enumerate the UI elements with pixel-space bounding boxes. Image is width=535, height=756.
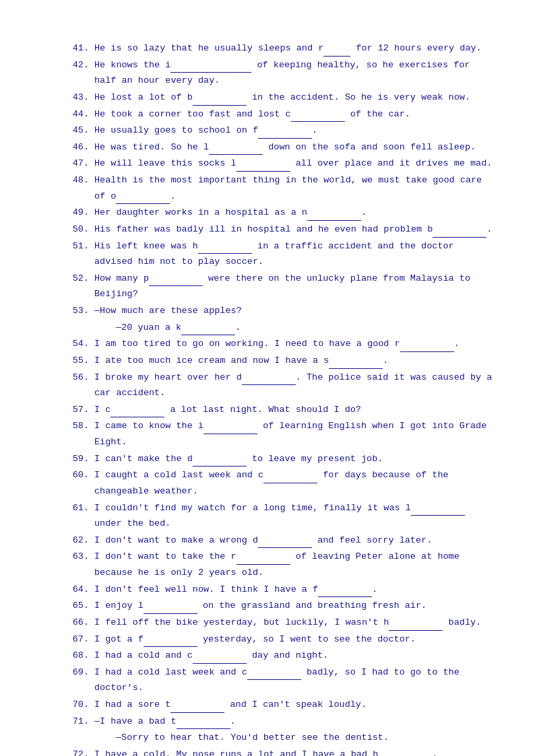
fill-blank[interactable] [318,588,372,598]
fill-blank[interactable] [193,654,247,664]
item-content: His left knee was h in a traffic acciden… [94,238,495,270]
item-number: 52. [67,271,89,302]
item-content: I don't want to take the r of leaving Pe… [94,549,495,580]
list-item: 69.I had a cold last week and c badly, s… [67,664,495,696]
list-item: 71.—I have a bad t . [67,714,495,730]
list-item: 61.I couldn't find my watch for a long t… [67,500,495,532]
fill-blank[interactable] [181,327,235,336]
fill-blank[interactable] [258,129,312,139]
fill-blank[interactable] [411,507,465,516]
item-content: I don't feel well now. I think I have a … [94,582,495,598]
fill-blank[interactable] [144,638,197,648]
fill-blank[interactable] [258,539,312,549]
list-item: 54.I am too tired to go on working. I ne… [67,336,495,352]
item-number: 48. [67,172,89,204]
item-content: I got a f yesterday, so I went to see th… [94,631,495,648]
item-content: I caught a cold last week and c for days… [94,467,495,499]
item-number: 43. [67,90,89,106]
item-content: He usually goes to school on f . [94,123,495,139]
item-content: —How much are these apples? [94,303,495,319]
item-content: I had a cold and c day and night. [94,648,495,664]
item-content: I fell off the bike yesterday, but lucki… [94,615,495,631]
item-number: 47. [67,156,89,172]
list-item: 64.I don't feel well now. I think I have… [67,582,495,598]
list-item: 56.I broke my heart over her d . The pol… [67,370,495,401]
item-number: 41. [67,40,89,57]
item-content: He will leave this socks l all over plac… [94,156,495,172]
fill-blank[interactable] [170,703,224,713]
fill-blank[interactable] [193,96,247,106]
fill-blank[interactable] [247,671,301,681]
list-item: 49.Her daughter works in a hospital as a… [67,205,495,221]
fill-blank[interactable] [149,277,203,287]
item-number: 49. [67,205,89,221]
fill-blank[interactable] [433,228,486,238]
item-number: 71. [67,714,89,730]
item-number: 68. [67,648,89,664]
item-content: I came to know the i of learning English… [94,418,495,450]
fill-blank[interactable] [203,425,257,435]
list-item: 60.I caught a cold last week and c for d… [67,467,495,499]
list-item: 68.I had a cold and c day and night. [67,648,495,664]
fill-blank[interactable] [111,409,164,418]
fill-blank[interactable] [378,753,432,756]
list-item: 50.His father was badly ill in hospital … [67,221,495,238]
item-content: Her daughter works in a hospital as a n … [94,205,495,221]
item-number: 67. [67,631,89,648]
item-number: 63. [67,549,89,580]
list-item: 42.He knows the i of keeping healthy, so… [67,57,495,89]
item-number: 64. [67,582,89,598]
item-number: 69. [67,664,89,696]
item-content: How many p were there on the unlucky pla… [94,271,495,302]
item-number: 61. [67,500,89,532]
fill-blank[interactable] [323,47,350,57]
fill-blank[interactable] [237,163,290,172]
fill-blank[interactable] [389,621,443,631]
fill-blank[interactable] [242,376,296,386]
fill-blank[interactable] [193,458,247,467]
list-item: 65.I enjoy l on the grassland and breath… [67,598,495,614]
item-number: 70. [67,697,89,713]
fill-blank[interactable] [400,343,454,352]
item-content: I am too tired to go on working. I need … [94,336,495,352]
fill-blank[interactable] [263,474,317,483]
item-number: 59. [67,451,89,467]
list-item: 41.He is so lazy that he usually sleeps … [67,40,495,57]
list-item: 55.I ate too much ice cream and now I ha… [67,353,495,369]
fill-blank[interactable] [291,113,345,123]
fill-blank[interactable] [307,211,361,221]
item-content: He knows the i of keeping healthy, so he… [94,57,495,89]
list-item: 66.I fell off the bike yesterday, but lu… [67,615,495,631]
item-number: 58. [67,418,89,450]
list-item: 70.I had a sore t and I can't speak loud… [67,697,495,713]
fill-blank[interactable] [209,146,263,156]
item-content: I ate too much ice cream and now I have … [94,353,495,369]
list-item: 47.He will leave this socks l all over p… [67,156,495,172]
item-number: 65. [67,598,89,614]
list-item: —Sorry to hear that. You'd better see th… [67,730,495,746]
fill-blank[interactable] [237,556,290,565]
list-item: 53.—How much are these apples? [67,303,495,319]
item-content: He lost a lot of b in the accident. So h… [94,90,495,106]
fill-blank[interactable] [177,720,230,730]
item-number: 55. [67,353,89,369]
list-item: 43.He lost a lot of b in the accident. S… [67,90,495,106]
fill-blank[interactable] [329,359,383,369]
item-content: I had a sore t and I can't speak loudly. [94,697,495,713]
fill-blank[interactable] [144,605,197,614]
item-content: I c a lot last night. What should I do? [94,402,495,418]
item-number [67,320,89,336]
item-number: 51. [67,238,89,270]
item-number: 53. [67,303,89,319]
item-number: 57. [67,402,89,418]
item-number: 46. [67,139,89,156]
fill-blank[interactable] [198,245,252,254]
item-number: 44. [67,106,89,123]
item-content: Health is the most important thing in th… [94,172,495,204]
fill-blank[interactable] [170,64,251,73]
fill-blank[interactable] [116,195,170,205]
item-content: I can't make the d to leave my present j… [94,451,495,467]
list-item: 62.I don't want to make a wrong d and fe… [67,532,495,549]
item-content: —I have a bad t . [94,714,495,730]
item-content: —Sorry to hear that. You'd better see th… [94,730,495,746]
